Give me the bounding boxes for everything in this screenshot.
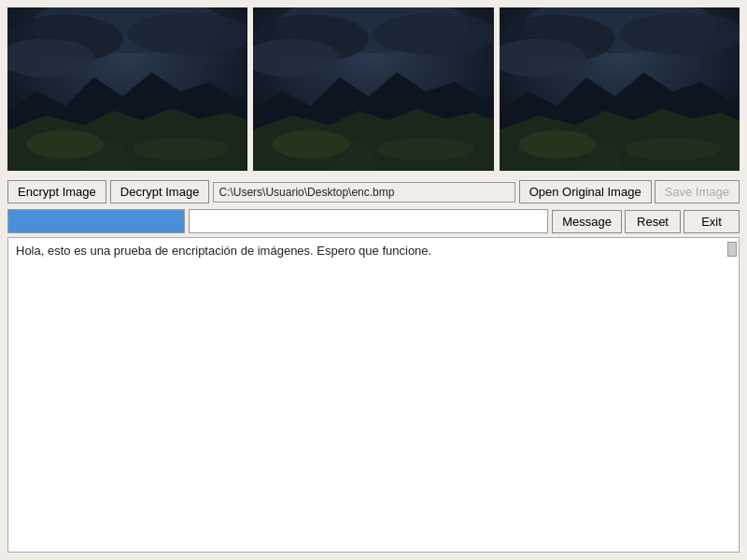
encrypt-button[interactable]: Encrypt Image (7, 180, 106, 203)
image-panel-1 (7, 7, 247, 171)
key-row: Message Reset Exit (0, 207, 747, 237)
svg-point-4 (128, 13, 248, 55)
open-original-button[interactable]: Open Original Image (519, 180, 652, 203)
scrollbar[interactable] (727, 242, 737, 257)
message-area: Hola, esto es una prueba de encriptación… (7, 237, 740, 553)
svg-point-26 (619, 13, 740, 55)
svg-point-32 (624, 137, 720, 161)
svg-point-31 (518, 130, 595, 159)
controls-row: Encrypt Image Decrypt Image C:\Users\Usu… (0, 176, 747, 207)
svg-point-9 (27, 130, 104, 159)
key-input-white (189, 209, 548, 233)
svg-point-10 (133, 137, 229, 161)
file-path-display: C:\Users\Usuario\Desktop\enc.bmp (213, 182, 514, 203)
image-panel-3 (500, 7, 740, 171)
reset-button[interactable]: Reset (625, 210, 681, 233)
svg-point-21 (378, 137, 474, 161)
save-image-button[interactable]: Save Image (655, 180, 740, 203)
action-buttons: Message Reset Exit (552, 210, 740, 233)
exit-button[interactable]: Exit (684, 210, 740, 233)
svg-point-15 (374, 13, 494, 55)
key-input-blue (7, 209, 185, 233)
svg-point-20 (273, 130, 349, 159)
image-panel-2 (253, 7, 493, 171)
message-text: Hola, esto es una prueba de encriptación… (16, 244, 431, 258)
right-buttons: Open Original Image Save Image (519, 180, 740, 203)
decrypt-button[interactable]: Decrypt Image (110, 180, 210, 203)
app-container: Encrypt Image Decrypt Image C:\Users\Usu… (0, 0, 747, 560)
images-row (0, 0, 747, 176)
message-button[interactable]: Message (552, 210, 622, 233)
